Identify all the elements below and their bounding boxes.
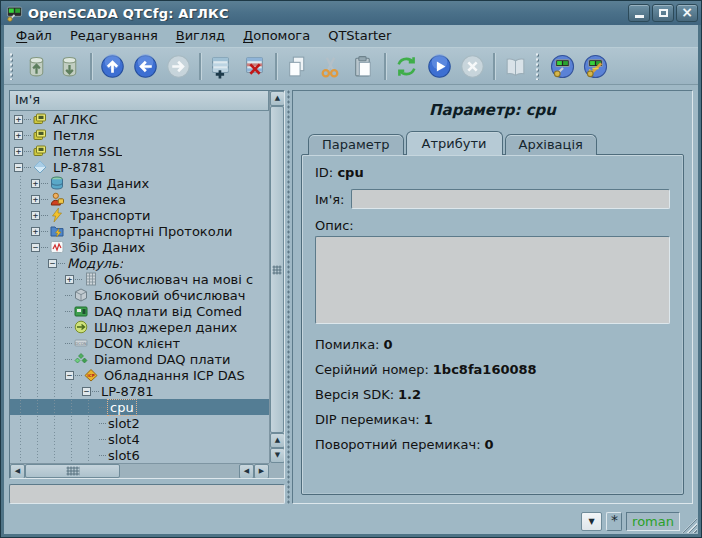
tree-item-slot4[interactable]: slot4	[10, 431, 269, 447]
stat-value: 1	[424, 412, 433, 427]
refresh-button[interactable]	[391, 51, 422, 82]
menu-item-help[interactable]: Допомога	[234, 26, 319, 46]
go-back-button[interactable]	[130, 51, 161, 82]
expand-icon[interactable]: +	[31, 227, 40, 236]
tab-attributes[interactable]: Атрибути	[406, 131, 503, 155]
collapse-icon[interactable]: −	[65, 371, 74, 380]
collapse-icon[interactable]: −	[14, 163, 23, 172]
save-to-db-button[interactable]	[54, 51, 85, 82]
thumb-grip-icon	[66, 467, 79, 476]
menu-item-edit[interactable]: Редагування	[61, 26, 167, 46]
add-item-button[interactable]	[206, 51, 237, 82]
stat-value: 0	[485, 437, 494, 452]
tree-horizontal-scrollbar[interactable]: ◀ ◀ ▶	[10, 463, 269, 478]
tree-item-transports[interactable]: +Транспорти	[10, 207, 269, 223]
expand-icon[interactable]: +	[14, 147, 23, 156]
tree-item-aglks[interactable]: +АГЛКС	[10, 111, 269, 127]
tab-archiving[interactable]: Архівація	[505, 134, 597, 155]
tree-item-daq-comedi[interactable]: DAQ плати від Comed	[10, 303, 269, 319]
tree-item-security[interactable]: +Безпека	[10, 191, 269, 207]
tree-item-gateway[interactable]: Шлюз джерел даних	[10, 319, 269, 335]
tree-item-lp-8781[interactable]: −LP-8781	[10, 159, 269, 175]
calc-icon	[84, 272, 100, 286]
status-dropdown-button[interactable]: ▼	[581, 512, 602, 531]
vision-starter-button[interactable]	[580, 51, 611, 82]
menu-item-view[interactable]: Вигляд	[167, 26, 234, 46]
tree-indent-guide	[31, 303, 48, 319]
tree-indent-guide	[31, 319, 48, 335]
expand-icon[interactable]: +	[14, 115, 23, 124]
tree-item-petlia-ssl[interactable]: +Петля SSL	[10, 143, 269, 159]
current-user-badge[interactable]: roman	[626, 512, 680, 531]
delete-item-button[interactable]	[239, 51, 270, 82]
tree-item-icp-das[interactable]: −ICPОбладнання ICP DAS	[10, 367, 269, 383]
name-input[interactable]	[351, 189, 670, 209]
scroll-up-icon[interactable]: ▲	[270, 91, 285, 106]
toolbar-separator	[384, 53, 386, 80]
tree-item-block-calc[interactable]: Блоковий обчислювач	[10, 287, 269, 303]
horizontal-scroll-thumb[interactable]	[25, 464, 120, 478]
scroll-left2-icon[interactable]: ◀	[239, 464, 254, 479]
tree-indent-guide	[31, 415, 48, 431]
tree-item-calc-c[interactable]: +Обчислювач на мові с	[10, 271, 269, 287]
vertical-scroll-thumb[interactable]	[270, 106, 284, 433]
cut-item-button[interactable]	[315, 51, 346, 82]
modified-indicator-button[interactable]: *	[606, 512, 622, 531]
scroll-down-icon[interactable]: ▼	[270, 448, 285, 463]
toolbar-handle[interactable]	[535, 52, 543, 80]
scroll-left-icon[interactable]: ◀	[10, 464, 25, 479]
collapse-icon[interactable]: −	[48, 259, 57, 268]
expand-icon[interactable]: +	[31, 211, 40, 220]
paste-item-button[interactable]	[348, 51, 379, 82]
tree-column-header[interactable]: Ім'я	[10, 91, 269, 111]
minimize-button[interactable]	[628, 4, 650, 22]
tree-indent-guide	[65, 431, 82, 447]
toolbar-handle[interactable]	[9, 52, 17, 80]
tree-item-slot6[interactable]: slot6	[10, 447, 269, 463]
tree-item-lp-8781-dev[interactable]: −LP-8781	[10, 383, 269, 399]
scroll-right-icon[interactable]: ▶	[254, 464, 269, 479]
expand-icon[interactable]: +	[31, 195, 40, 204]
start-update-button[interactable]	[424, 51, 455, 82]
title-bar[interactable]: OpenSCADA QTCfg: АГЛКС ×	[1, 1, 701, 25]
description-textarea[interactable]	[315, 236, 670, 324]
tree-item-dcon[interactable]: DCONDCON клієнт	[10, 335, 269, 351]
close-button[interactable]: ×	[676, 4, 698, 22]
scroll-track[interactable]	[120, 464, 239, 478]
stat-value: 1.2	[398, 387, 421, 402]
tab-parameter[interactable]: Параметр	[308, 134, 404, 155]
tree-item-daq[interactable]: −Збір Даних	[10, 239, 269, 255]
tree-indent-guide	[31, 399, 48, 415]
load-from-db-button[interactable]	[21, 51, 52, 82]
tree-item-petlia[interactable]: +Петля	[10, 127, 269, 143]
copy-item-button[interactable]	[282, 51, 313, 82]
go-up-button[interactable]	[97, 51, 128, 82]
tree-filter-input[interactable]	[9, 484, 285, 504]
collapse-icon[interactable]: −	[82, 387, 91, 396]
qtcfg-starter-button[interactable]	[547, 51, 578, 82]
expand-icon[interactable]: +	[65, 275, 74, 284]
resize-grip[interactable]	[682, 518, 697, 533]
menu-item-qtstarter[interactable]: QTStarter	[319, 26, 400, 46]
tree-item-cpu[interactable]: cpu	[10, 399, 269, 415]
description-label: Опис:	[315, 218, 670, 233]
tree-item-protocols[interactable]: +Транспортні Протоколи	[10, 223, 269, 239]
tree-item-databases[interactable]: +Бази Даних	[10, 175, 269, 191]
app-window: OpenSCADA QTCfg: АГЛКС × ФайлРедагування…	[0, 0, 702, 538]
collapse-icon[interactable]: −	[31, 243, 40, 252]
book-icon	[503, 54, 528, 79]
expand-icon[interactable]: +	[14, 131, 23, 140]
menu-item-file[interactable]: Файл	[7, 26, 61, 46]
splitter-handle[interactable]	[285, 90, 292, 504]
scroll-up2-icon[interactable]: ▲	[270, 433, 285, 448]
tree-item-module[interactable]: −Модуль:	[10, 255, 269, 271]
tree-connector	[99, 455, 106, 456]
tree-item-diamond[interactable]: Diamond DAQ плати	[10, 351, 269, 367]
expand-icon[interactable]: +	[31, 179, 40, 188]
tree-item-label: Збір Даних	[70, 240, 145, 255]
tree-vertical-scrollbar[interactable]: ▲ ▲ ▼	[269, 91, 284, 463]
status-bar: ▼ * roman	[4, 508, 698, 534]
tree-item-slot2[interactable]: slot2	[10, 415, 269, 431]
icpdas-icon: ICP	[84, 368, 100, 382]
maximize-button[interactable]	[652, 4, 674, 22]
